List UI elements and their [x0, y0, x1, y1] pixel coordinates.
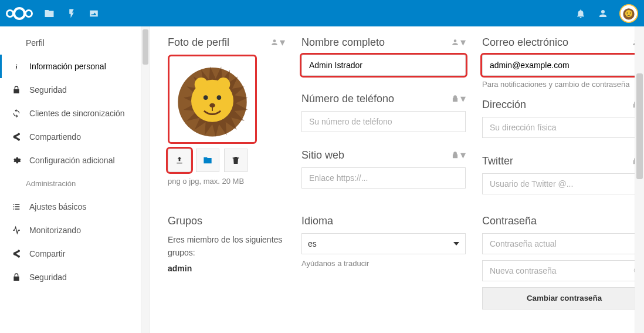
fullname-input[interactable]	[301, 55, 466, 76]
share-icon	[12, 249, 21, 258]
gear-icon	[12, 156, 21, 165]
svg-point-2	[625, 9, 632, 16]
sidebar-section-user: Perfil	[0, 31, 150, 55]
lock-icon	[12, 273, 21, 282]
avatar[interactable]	[619, 4, 638, 23]
sidebar-item-basic-settings[interactable]: Ajustes básicos	[0, 195, 150, 218]
choose-file-button[interactable]	[196, 149, 219, 172]
files-icon[interactable]	[43, 8, 55, 19]
delete-avatar-button[interactable]	[224, 149, 248, 172]
sidebar-item-label: Monitorizando	[29, 226, 81, 235]
svg-point-10	[204, 95, 208, 100]
contacts-icon[interactable]	[597, 8, 609, 19]
svg-point-9	[217, 78, 231, 91]
heading-groups: Grupos	[168, 215, 202, 227]
email-section: Correo electrónico ▾ Para notificaciones…	[482, 36, 644, 194]
sidebar-item-security[interactable]: Seguridad	[0, 78, 150, 102]
sidebar-item-label: Clientes de sincronización	[29, 109, 125, 118]
sidebar-section-admin: Administración	[0, 172, 150, 195]
language-section: Idioma es Ayúdanos a traducir	[301, 215, 466, 268]
sidebar-item-personal-info[interactable]: i Información personal	[0, 55, 150, 78]
address-input[interactable]	[482, 117, 644, 138]
sidebar-item-label: Ajustes básicos	[29, 202, 86, 211]
heading-phone: Número de teléfono	[301, 93, 394, 105]
list-icon	[12, 202, 21, 211]
heading-profile-photo: Foto de perfil	[168, 36, 229, 49]
sidebar-item-sync-clients[interactable]: Clientes de sincronización	[0, 102, 150, 125]
avatar-hint: png o jpg, max. 20 MB	[168, 177, 285, 186]
sidebar-item-share-admin[interactable]: Compartir	[0, 242, 150, 265]
fullname-section: Nombre completo ▾ Número de teléfono ▾ S…	[301, 36, 466, 189]
heading-twitter: Twitter	[482, 155, 513, 167]
groups-name: admin	[168, 264, 285, 273]
sidebar-scrollbar[interactable]	[141, 26, 150, 333]
sidebar-item-label: Compartiendo	[29, 132, 81, 142]
sidebar-item-label: Información personal	[29, 62, 106, 71]
sidebar-item-label: Seguridad	[29, 273, 67, 282]
heading-language: Idioma	[301, 215, 333, 227]
heading-email: Correo electrónico	[482, 36, 568, 49]
heading-password: Contraseña	[482, 215, 537, 227]
current-password-input[interactable]	[482, 233, 644, 254]
email-subtext: Para notificaciones y cambio de contrase…	[482, 79, 644, 90]
scope-toggle[interactable]: ▾	[451, 149, 466, 162]
translate-link[interactable]: Ayúdanos a traducir	[301, 259, 466, 268]
page-scrollbar[interactable]	[635, 26, 644, 333]
sidebar-item-security-admin[interactable]: Seguridad	[0, 265, 150, 289]
svg-text:i: i	[15, 62, 18, 71]
heading-address: Dirección	[482, 99, 526, 111]
bell-icon[interactable]	[575, 8, 587, 19]
scope-toggle[interactable]: ▾	[451, 36, 466, 49]
sidebar-item-label: Seguridad	[29, 85, 67, 95]
scope-toggle[interactable]: ▾	[451, 92, 466, 105]
sidebar-item-additional[interactable]: Configuración adicional	[0, 149, 150, 172]
image-icon[interactable]	[88, 8, 100, 19]
svg-point-8	[195, 78, 208, 91]
phone-input[interactable]	[301, 111, 466, 132]
language-select[interactable]: es	[301, 233, 466, 254]
sidebar-item-label: Configuración adicional	[29, 156, 115, 165]
content: Foto de perfil ▾	[150, 26, 644, 333]
sidebar-item-monitoring[interactable]: Monitorizando	[0, 218, 150, 242]
sidebar: Perfil i Información personal Seguridad …	[0, 26, 150, 333]
avatar-preview	[168, 55, 257, 144]
sidebar-item-sharing[interactable]: Compartiendo	[0, 125, 150, 149]
groups-text: Eres miembro de los siguientes grupos:	[168, 233, 285, 260]
twitter-input[interactable]	[482, 173, 644, 194]
activity-icon	[12, 226, 21, 235]
logo[interactable]	[6, 7, 33, 20]
upload-avatar-button[interactable]	[168, 149, 191, 172]
topbar	[0, 0, 644, 26]
new-password-input[interactable]	[482, 260, 644, 281]
password-section: Contraseña ◉ Cambiar contraseña	[482, 215, 644, 310]
website-input[interactable]	[301, 167, 466, 189]
heading-fullname: Nombre completo	[301, 36, 385, 49]
groups-section: Grupos Eres miembro de los siguientes gr…	[168, 215, 285, 274]
scope-toggle[interactable]: ▾	[270, 36, 285, 49]
sync-icon	[12, 109, 21, 118]
lock-icon	[12, 85, 21, 95]
sidebar-item-label: Compartir	[29, 249, 65, 258]
share-icon	[12, 132, 21, 142]
profile-photo-section: Foto de perfil ▾	[168, 36, 285, 186]
flash-icon[interactable]	[66, 8, 77, 19]
svg-point-4	[630, 12, 631, 14]
svg-point-11	[217, 95, 222, 100]
svg-point-3	[627, 12, 628, 14]
change-password-button[interactable]: Cambiar contraseña	[482, 287, 644, 310]
heading-website: Sitio web	[301, 149, 344, 162]
email-input[interactable]	[482, 55, 644, 76]
info-icon: i	[12, 62, 21, 71]
